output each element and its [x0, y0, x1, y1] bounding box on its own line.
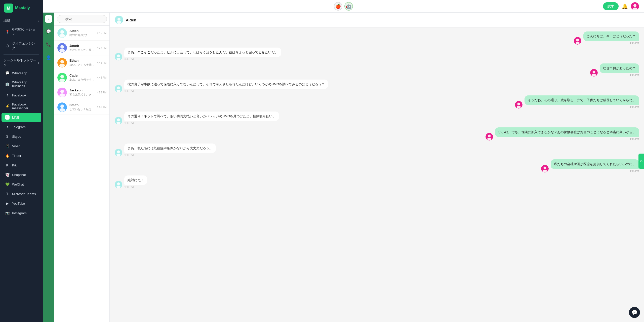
sidebar-item-whatsapp-business[interactable]: 🏢 WhatsApp business: [2, 78, 41, 90]
sidebar-item-viber[interactable]: 📱 Viber: [2, 141, 41, 151]
search-box: 🔍: [54, 13, 109, 26]
message-bubble: いいね。でも、保険に加入できるかな？あの保険会社はお金のことになると本当に高いか…: [495, 127, 639, 137]
whatsapp-business-icon: 🏢: [5, 82, 10, 86]
sidebar-item-telegram[interactable]: ✈ Telegram: [2, 122, 41, 131]
svg-text:M: M: [7, 6, 10, 10]
call-tab-icon[interactable]: 📞: [44, 40, 53, 49]
snapchat-icon: 👻: [5, 172, 10, 177]
teams-icon: T: [5, 192, 10, 196]
message-row: その通り！ネットで調べて、低い共同支払いと良いカバレッジのHMOを見つけたよ。控…: [115, 112, 639, 125]
contact-name: Jackson: [69, 88, 95, 92]
settings-icon: ⚙: [639, 159, 643, 163]
whatsapp-icon: 💬: [5, 71, 10, 75]
youtube-icon: ▶: [5, 201, 10, 206]
android-platform-btn[interactable]: 🤖: [344, 2, 353, 11]
message-content: まあ、私たちには既往症や条件がないから大丈夫だろう。 4:45 PM: [124, 144, 216, 157]
sidebar-item-gps[interactable]: 📍 GPSロケーション: [2, 25, 41, 39]
message-time: 4:45 PM: [124, 90, 328, 92]
contact-time: 4:15 PM: [97, 32, 106, 34]
user-avatar[interactable]: [631, 2, 639, 10]
try-button[interactable]: 試す: [603, 2, 619, 10]
svg-point-49: [116, 154, 120, 156]
message-user-avatar: [574, 37, 581, 45]
contact-info: Smith していない？私はビジネスの勉強をし…: [69, 103, 95, 111]
contact-time: 4:45 PM: [97, 61, 106, 64]
svg-point-51: [544, 166, 546, 169]
contact-item[interactable]: Caden ああ、まだ何をするか決めていません… 4:45 PM: [54, 70, 109, 85]
svg-point-36: [117, 87, 120, 89]
geofence-icon: ⬡: [5, 44, 10, 48]
message-user-avatar: [590, 69, 598, 77]
sidebar-item-line[interactable]: L LINE: [2, 113, 41, 122]
sidebar-item-facebook[interactable]: f Facebook: [2, 91, 41, 100]
message-bubble: なぜ？何があったの？: [600, 63, 639, 73]
sidebar-item-geofence[interactable]: ⬡ ジオフェンシング: [2, 39, 41, 53]
contact-name: Caden: [69, 74, 95, 77]
contact-preview: 私も元気です。ありがとうございます: [69, 93, 95, 96]
message-content: 絶対にね！ 4:45 PM: [124, 175, 147, 189]
contact-item[interactable]: Jackson 私も元気です。ありがとうございます 4:55 PM: [54, 85, 109, 100]
contact-info: Ethan はい、とても美味しいです。機会があ…: [69, 59, 95, 67]
sidebar-item-whatsapp[interactable]: 💬 WhatsApp: [2, 68, 41, 78]
conv-header-avatar: [115, 16, 123, 24]
svg-point-48: [117, 151, 120, 153]
svg-point-46: [487, 138, 491, 140]
message-time: 4:45 PM: [124, 186, 147, 188]
notification-bell-icon[interactable]: 🔔: [622, 3, 628, 9]
topbar-right: 試す 🔔: [353, 2, 639, 10]
svg-point-33: [593, 70, 595, 73]
contact-time: 4:45 PM: [97, 76, 106, 79]
logo-area: M Msafely: [0, 0, 43, 16]
chat-tab-icon[interactable]: 💬: [44, 27, 53, 36]
svg-point-13: [59, 64, 65, 67]
contact-name: Smith: [69, 103, 95, 107]
message-row: 絶対にね！ 4:45 PM: [115, 175, 639, 189]
social-section-title[interactable]: ソーシャルネットワーク ›: [0, 56, 43, 68]
tinder-icon: 🔥: [5, 153, 10, 158]
contact-name: Aiden: [69, 29, 95, 33]
kik-icon: K: [5, 163, 10, 167]
sidebar-item-snapchat[interactable]: 👻 Snapchat: [2, 170, 41, 179]
location-section-title[interactable]: 場所 ›: [0, 16, 43, 25]
message-row: まあ、そこそこだったよ。ビルに出会って、しばらく話をしたんだ。彼はちょっと困って…: [115, 48, 639, 61]
contact-preview: わかりました。彼女を幸せにしなきゃ…: [69, 48, 95, 52]
sidebar-item-kik[interactable]: K Kik: [2, 161, 41, 170]
apple-platform-btn[interactable]: 🍎: [334, 2, 342, 11]
svg-point-16: [59, 79, 65, 82]
contact-item[interactable]: Smith していない？私はビジネスの勉強をし… 5:01 PM: [54, 100, 109, 115]
sidebar-item-wechat[interactable]: 💚 WeChat: [2, 180, 41, 189]
line-tab-icon[interactable]: L: [45, 15, 52, 23]
message-row: 私たちの会社や国が医療を提供してくれたらいいのに。 4:45 PM: [115, 159, 639, 172]
svg-point-24: [117, 18, 120, 21]
message-time: 4:45 PM: [630, 74, 639, 77]
sidebar-item-facebook-messenger[interactable]: ⚡ Facebook messenger: [2, 100, 41, 112]
contact-item[interactable]: Jacob わかりました。彼女を幸せにしなきゃ… 4:22 PM: [54, 41, 109, 55]
message-row: 彼の息子が事故に遭って保険に入ってないんだって。それで考えさせられたんだけど、い…: [115, 80, 639, 93]
sidebar-item-youtube[interactable]: ▶ YouTube: [2, 199, 41, 208]
contact-item[interactable]: Ethan はい、とても美味しいです。機会があ… 4:45 PM: [54, 55, 109, 70]
contact-avatar: [57, 88, 67, 97]
contact-item[interactable]: Aiden 絶対に無理だ! 4:15 PM: [54, 26, 109, 41]
sidebar-item-skype[interactable]: S Skype: [2, 132, 41, 141]
contact-time: 4:22 PM: [97, 47, 106, 49]
line-icon: L: [5, 115, 10, 120]
search-input[interactable]: [57, 15, 107, 23]
chat-support-button[interactable]: 💬: [629, 307, 640, 318]
contacts-tab-icon[interactable]: 👤: [44, 53, 53, 62]
message-content: なぜ？何があったの？ 4:45 PM: [600, 63, 639, 77]
message-bubble: その通り！ネットで調べて、低い共同支払いと良いカバレッジのHMOを見つけたよ。控…: [124, 112, 279, 121]
chat-support-icon: 💬: [631, 309, 638, 315]
svg-point-30: [117, 55, 120, 57]
messages-area[interactable]: こんにちは、今日はどうだった？ 4:45 PM まあ、そこそこだったよ。ビルに出…: [110, 27, 644, 322]
message-content: そうだね。その通り。歳を取る一方で、子供たちは成長していくからね。 4:45 P…: [525, 95, 639, 109]
sidebar-item-instagram[interactable]: 📷 Instagram: [2, 208, 41, 218]
message-user-avatar: [486, 133, 493, 140]
sidebar-item-tinder[interactable]: 🔥 Tinder: [2, 151, 41, 160]
message-avatar: [115, 53, 122, 60]
message-time: 4:45 PM: [630, 170, 639, 172]
contact-avatar: [57, 28, 67, 38]
contact-preview: していない？私はビジネスの勉強をし…: [69, 108, 95, 111]
settings-tab[interactable]: ⚙: [638, 154, 644, 169]
svg-point-12: [60, 60, 64, 63]
sidebar-item-microsoft-teams[interactable]: T Microsoft Teams: [2, 189, 41, 198]
